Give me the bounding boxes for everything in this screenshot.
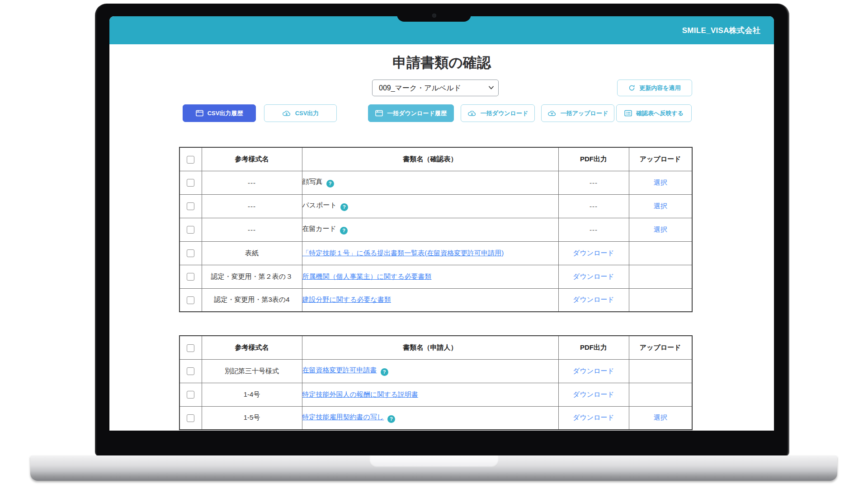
form-name-cell: 1-4号 bbox=[202, 383, 302, 406]
refresh-icon bbox=[628, 84, 635, 91]
row-checkbox-cell bbox=[179, 171, 202, 194]
document-name-link[interactable]: 特定技能雇用契約書の写し bbox=[302, 413, 384, 421]
form-name-cell: 別記第三十号様式 bbox=[202, 359, 302, 383]
laptop-screen: SMILE_VISA株式会社 申請書類の確認 009_マーク・アルベルド 更新内… bbox=[95, 4, 789, 456]
reflect-to-checklist-button[interactable]: 確認表へ反映する bbox=[616, 104, 692, 122]
help-icon[interactable]: ? bbox=[381, 368, 388, 376]
cloud-download-icon bbox=[282, 110, 291, 117]
applicant-select[interactable]: 009_マーク・アルベルド bbox=[372, 80, 499, 96]
table-row: 認定・変更用・第3表の4建設分野に関する必要な書類ダウンロード bbox=[179, 288, 692, 312]
table-row: 別記第三十号様式在留資格変更許可申請書?ダウンロード bbox=[179, 359, 692, 383]
csv-output-history-label: CSV出力履歴 bbox=[208, 109, 243, 117]
reflect-to-checklist-label: 確認表へ反映する bbox=[636, 109, 684, 117]
pdf-output-cell: ダウンロード bbox=[558, 406, 629, 430]
row-checkbox[interactable] bbox=[187, 179, 194, 187]
form-name-cell: --- bbox=[202, 171, 302, 194]
help-icon[interactable]: ? bbox=[387, 415, 395, 423]
document-name-link[interactable]: 「特定技能１号」に係る提出書類一覧表(在留資格変更許可申請用) bbox=[302, 249, 504, 257]
row-checkbox[interactable] bbox=[187, 414, 194, 422]
apply-updates-button[interactable]: 更新内容を適用 bbox=[617, 80, 692, 96]
table-row: 認定・変更用・第２表の３所属機関（個人事業主）に関する必要書類ダウンロード bbox=[179, 265, 692, 288]
download-link[interactable]: ダウンロード bbox=[573, 249, 614, 257]
form-name-cell: 認定・変更用・第3表の4 bbox=[202, 288, 302, 312]
upload-cell: 選択 bbox=[629, 194, 692, 218]
row-checkbox-cell bbox=[179, 241, 202, 265]
apply-updates-label: 更新内容を適用 bbox=[639, 84, 680, 92]
batch-download-button[interactable]: 一括ダウンロード bbox=[461, 104, 535, 122]
help-icon[interactable]: ? bbox=[340, 203, 348, 211]
select-all-checkbox[interactable] bbox=[187, 156, 194, 164]
row-checkbox[interactable] bbox=[187, 226, 194, 234]
pdf-none: --- bbox=[590, 202, 598, 210]
webcam-icon bbox=[432, 14, 436, 18]
select-file-link[interactable]: 選択 bbox=[654, 225, 667, 233]
csv-output-button[interactable]: CSV出力 bbox=[264, 104, 337, 122]
select-all-cell bbox=[179, 336, 202, 359]
select-file-link[interactable]: 選択 bbox=[654, 413, 667, 421]
row-checkbox-cell bbox=[179, 194, 202, 218]
table-row: 表紙「特定技能１号」に係る提出書類一覧表(在留資格変更許可申請用)ダウンロード bbox=[179, 241, 692, 265]
row-checkbox[interactable] bbox=[187, 367, 194, 375]
document-name: 在留カード bbox=[302, 225, 337, 232]
select-file-link[interactable]: 選択 bbox=[654, 178, 667, 186]
row-checkbox[interactable] bbox=[187, 273, 194, 281]
table-row: ---パスポート?---選択 bbox=[179, 194, 692, 218]
cloud-download-icon bbox=[467, 110, 476, 117]
row-checkbox-cell bbox=[179, 288, 202, 312]
document-name-cell: 所属機関（個人事業主）に関する必要書類 bbox=[302, 265, 558, 288]
upload-cell: 選択 bbox=[629, 406, 692, 430]
upload-cell: 選択 bbox=[629, 218, 692, 241]
table-row: ---顔写真?---選択 bbox=[179, 171, 692, 194]
cloud-upload-icon bbox=[547, 110, 557, 117]
csv-output-history-button[interactable]: CSV出力履歴 bbox=[183, 104, 256, 122]
row-checkbox[interactable] bbox=[187, 202, 194, 210]
download-link[interactable]: ダウンロード bbox=[573, 390, 614, 398]
table-row: 1-4号特定技能外国人の報酬に関する説明書ダウンロード bbox=[179, 383, 692, 406]
document-name-link[interactable]: 在留資格変更許可申請書 bbox=[302, 366, 377, 374]
row-checkbox[interactable] bbox=[187, 391, 194, 399]
document-name-cell: 特定技能雇用契約書の写し? bbox=[302, 406, 558, 430]
download-link[interactable]: ダウンロード bbox=[573, 413, 614, 421]
help-icon[interactable]: ? bbox=[326, 180, 334, 188]
upload-cell: 選択 bbox=[629, 171, 692, 194]
document-name: パスポート bbox=[302, 201, 337, 209]
pdf-none: --- bbox=[590, 179, 598, 187]
laptop-notch bbox=[397, 4, 471, 22]
row-checkbox-cell bbox=[179, 406, 202, 430]
pdf-output-cell: ダウンロード bbox=[558, 359, 629, 383]
document-name-link[interactable]: 特定技能外国人の報酬に関する説明書 bbox=[302, 390, 418, 398]
document-name-cell: 「特定技能１号」に係る提出書類一覧表(在留資格変更許可申請用) bbox=[302, 241, 558, 265]
document-name-cell: パスポート? bbox=[302, 194, 558, 218]
document-name-cell: 在留資格変更許可申請書? bbox=[302, 359, 558, 383]
download-link[interactable]: ダウンロード bbox=[573, 367, 614, 375]
document-name-link[interactable]: 建設分野に関する必要な書類 bbox=[302, 296, 391, 303]
column-header: アップロード bbox=[629, 147, 692, 171]
document-name: 顔写真 bbox=[302, 178, 323, 185]
row-checkbox[interactable] bbox=[187, 296, 194, 304]
row-checkbox-cell bbox=[179, 265, 202, 288]
batch-download-label: 一括ダウンロード bbox=[481, 109, 528, 117]
documents-table-applicant: 参考様式名書類名（申請人）PDF出力アップロード別記第三十号様式在留資格変更許可… bbox=[179, 335, 693, 430]
row-checkbox-cell bbox=[179, 383, 202, 406]
download-link[interactable]: ダウンロード bbox=[573, 272, 614, 280]
page-title: 申請書類の確認 bbox=[109, 53, 774, 72]
form-name-cell: 表紙 bbox=[202, 241, 302, 265]
pdf-output-cell: ダウンロード bbox=[558, 241, 629, 265]
batch-download-history-button[interactable]: 一括ダウンロード履歴 bbox=[368, 104, 454, 122]
table-row: ---在留カード?---選択 bbox=[179, 218, 692, 241]
row-checkbox[interactable] bbox=[187, 249, 194, 257]
form-name-cell: 認定・変更用・第２表の３ bbox=[202, 265, 302, 288]
upload-cell bbox=[629, 288, 692, 312]
column-header: 書類名（確認表） bbox=[302, 147, 558, 171]
select-all-checkbox[interactable] bbox=[187, 344, 194, 352]
upload-cell bbox=[629, 241, 692, 265]
document-name-link[interactable]: 所属機関（個人事業主）に関する必要書類 bbox=[302, 272, 432, 280]
pdf-output-cell: ダウンロード bbox=[558, 383, 629, 406]
download-link[interactable]: ダウンロード bbox=[573, 296, 614, 303]
batch-upload-button[interactable]: 一括アップロード bbox=[541, 104, 614, 122]
select-file-link[interactable]: 選択 bbox=[654, 202, 667, 210]
upload-cell bbox=[629, 359, 692, 383]
help-icon[interactable]: ? bbox=[340, 227, 348, 235]
pdf-output-cell: --- bbox=[558, 218, 629, 241]
column-header: 参考様式名 bbox=[202, 147, 302, 171]
